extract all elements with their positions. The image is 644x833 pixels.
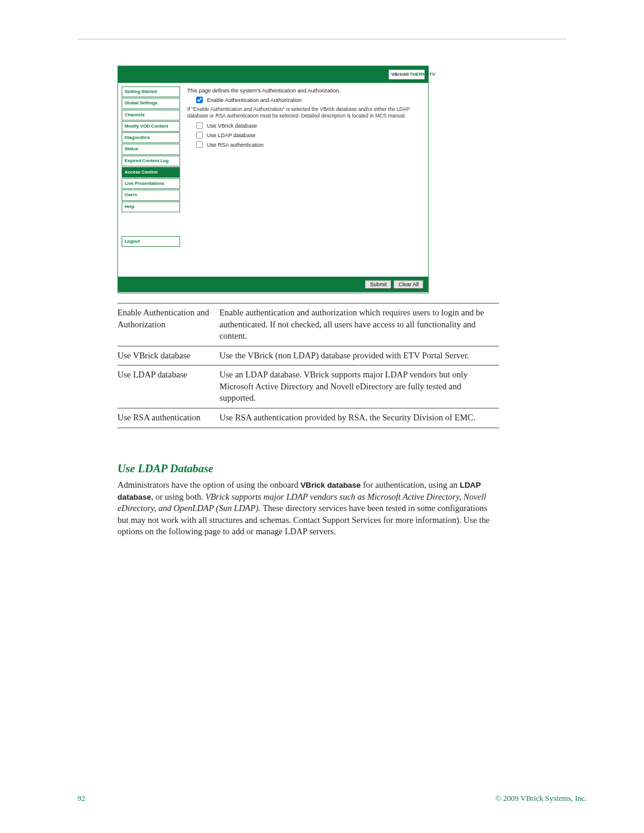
section-heading: Use LDAP Database	[117, 462, 213, 475]
sidebar-item-diagnostics[interactable]: Diagnostics	[122, 132, 180, 143]
use-ldap-checkbox[interactable]	[196, 132, 203, 138]
para-b-bold: VBrick database	[301, 481, 361, 490]
sidebar-item-logout[interactable]: Logout	[122, 236, 180, 247]
opt-key: Use VBrick database	[117, 346, 219, 366]
enable-auth-label: Enable Authentication and Authorization	[207, 97, 302, 103]
screenshot-body: Getting Started Global Settings Channels…	[118, 83, 428, 277]
section-paragraph: Administrators have the option of using …	[117, 479, 499, 538]
use-rsa-label: Use RSA authentication	[207, 142, 264, 148]
options-description-table: Enable Authentication and Authorization …	[117, 303, 499, 428]
submit-button[interactable]: Submit	[365, 280, 391, 289]
sidebar-item-live-presentations[interactable]: Live Presentations	[122, 178, 180, 189]
intro-text: This page defines the system's Authentic…	[187, 88, 421, 94]
enable-auth-checkbox[interactable]	[196, 97, 203, 103]
sidebar-item-modify-vod[interactable]: Modify VOD Content	[122, 121, 180, 132]
admin-screenshot: VBrickETHERNETV Getting Started Global S…	[117, 66, 429, 293]
enable-auth-row: Enable Authentication and Authorization	[187, 96, 421, 104]
screenshot-topbar: VBrickETHERNETV	[118, 66, 428, 83]
screenshot-main: This page defines the system's Authentic…	[180, 83, 428, 277]
page-copyright: © 2009 VBrick Systems, Inc.	[496, 794, 587, 803]
sidebar-item-channels[interactable]: Channels	[122, 110, 180, 120]
sidebar-item-getting-started[interactable]: Getting Started	[122, 86, 180, 97]
use-rsa-row: Use RSA authentication	[187, 141, 421, 148]
logo-secondary: ETHERNETV	[406, 72, 435, 77]
use-vbrick-label: Use VBrick database	[207, 123, 257, 129]
page-number: 92	[78, 794, 85, 803]
use-vbrick-checkbox[interactable]	[196, 122, 203, 129]
use-vbrick-row: Use VBrick database	[187, 122, 421, 129]
logo-primary: VBrick	[391, 72, 406, 77]
para-c: for authentication, using an	[361, 480, 460, 490]
table-row: Use RSA authentication Use RSA authentic…	[117, 408, 499, 428]
opt-value: Enable authentication and authorization …	[219, 304, 499, 346]
opt-value: Use RSA authentication provided by RSA, …	[219, 408, 499, 428]
vbrick-logo: VBrickETHERNETV	[386, 70, 425, 79]
opt-value: Use the VBrick (non LDAP) database provi…	[219, 346, 499, 366]
use-ldap-label: Use LDAP database	[207, 132, 255, 138]
sidebar-item-access-control[interactable]: Access Control	[122, 167, 180, 178]
opt-value: Use an LDAP database. VBrick supports ma…	[219, 366, 499, 408]
opt-key: Use RSA authentication	[117, 408, 219, 428]
clear-all-button[interactable]: Clear All	[394, 280, 423, 289]
table-row: Enable Authentication and Authorization …	[117, 304, 499, 346]
table-row: Use LDAP database Use an LDAP database. …	[117, 366, 499, 408]
opt-key: Enable Authentication and Authorization	[117, 304, 219, 346]
para-e: , or using both.	[151, 492, 205, 501]
hint-text: If "Enable Authentication and Authorizat…	[187, 106, 421, 119]
sidebar: Getting Started Global Settings Channels…	[118, 83, 180, 277]
opt-key: Use LDAP database	[117, 366, 219, 408]
sidebar-item-users[interactable]: Users	[122, 190, 180, 200]
sidebar-item-global-settings[interactable]: Global Settings	[122, 98, 180, 109]
screenshot-footer: Submit Clear All	[118, 277, 428, 292]
table-row: Use VBrick database Use the VBrick (non …	[117, 346, 499, 366]
sidebar-item-expired-log[interactable]: Expired Content Log	[122, 156, 180, 166]
sidebar-item-help[interactable]: Help	[122, 202, 180, 212]
use-rsa-checkbox[interactable]	[196, 141, 203, 148]
para-a: Administrators have the option of using …	[117, 480, 301, 490]
header-rule	[78, 39, 566, 39]
sidebar-item-status[interactable]: Status	[122, 144, 180, 154]
use-ldap-row: Use LDAP database	[187, 131, 421, 139]
